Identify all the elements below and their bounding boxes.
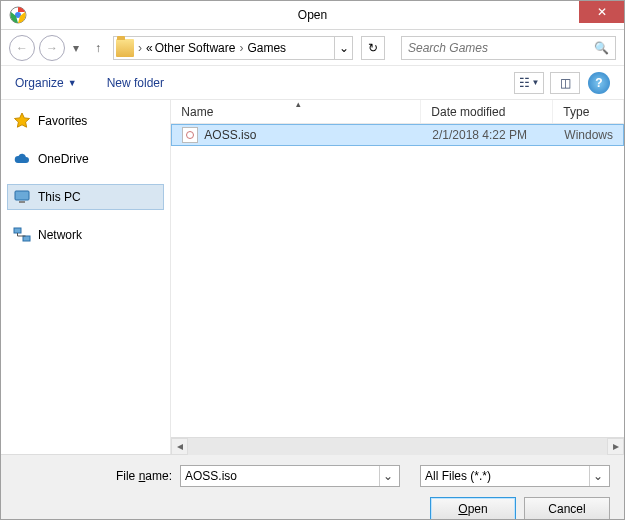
arrow-left-icon: ← — [16, 41, 28, 55]
refresh-icon: ↻ — [368, 41, 378, 55]
help-icon: ? — [595, 76, 602, 90]
folder-icon — [116, 39, 134, 57]
cancel-button[interactable]: Cancel — [524, 497, 610, 520]
star-icon — [13, 112, 31, 130]
chevron-down-icon[interactable]: ⌄ — [379, 466, 395, 486]
sidebar-item-favorites[interactable]: Favorites — [7, 108, 164, 134]
refresh-button[interactable]: ↻ — [361, 36, 385, 60]
sidebar-item-label: Favorites — [38, 114, 87, 128]
cloud-icon — [13, 150, 31, 168]
column-header-date[interactable]: Date modified — [421, 100, 553, 123]
breadcrumb[interactable]: › « Other Software › Games ⌄ — [113, 36, 353, 60]
forward-button[interactable]: → — [39, 35, 65, 61]
breadcrumb-segment[interactable]: Other Software — [155, 41, 236, 55]
organize-menu[interactable]: Organize ▼ — [15, 76, 77, 90]
new-folder-button[interactable]: New folder — [107, 76, 164, 90]
sidebar-item-network[interactable]: Network — [7, 222, 164, 248]
preview-pane-button[interactable]: ◫ — [550, 72, 580, 94]
column-header-type[interactable]: Type — [553, 100, 624, 123]
file-list: AOSS.iso 2/1/2018 4:22 PM Windows — [171, 124, 624, 437]
open-button[interactable]: Open — [430, 497, 516, 520]
network-icon — [13, 226, 31, 244]
arrow-up-icon: ↑ — [95, 41, 101, 55]
window-title: Open — [298, 8, 327, 22]
nav-row: ← → ▾ ↑ › « Other Software › Games ⌄ ↻ 🔍 — [1, 30, 624, 66]
filename-input[interactable]: AOSS.iso ⌄ — [180, 465, 400, 487]
chevron-down-icon: ⌄ — [339, 41, 349, 55]
sidebar-item-label: OneDrive — [38, 152, 89, 166]
sidebar-item-this-pc[interactable]: This PC — [7, 184, 164, 210]
horizontal-scrollbar[interactable]: ◂ ▸ — [171, 437, 624, 454]
sidebar-item-label: This PC — [38, 190, 81, 204]
sidebar-item-onedrive[interactable]: OneDrive — [7, 146, 164, 172]
file-date: 2/1/2018 4:22 PM — [422, 128, 554, 142]
svg-rect-5 — [23, 236, 30, 241]
title-bar: Open ✕ — [1, 1, 624, 30]
scroll-left-icon[interactable]: ◂ — [171, 438, 188, 455]
svg-rect-3 — [19, 201, 25, 203]
scroll-right-icon[interactable]: ▸ — [607, 438, 624, 455]
scrollbar-track[interactable] — [188, 438, 607, 455]
column-header-name[interactable]: Name ▴ — [171, 100, 421, 123]
view-options-button[interactable]: ☷▼ — [514, 72, 544, 94]
recent-locations-button[interactable]: ▾ — [69, 35, 83, 61]
sidebar: Favorites OneDrive This PC Network — [1, 100, 171, 454]
sidebar-item-label: Network — [38, 228, 82, 242]
filetype-select[interactable]: All Files (*.*) ⌄ — [420, 465, 610, 487]
search-input[interactable] — [408, 41, 594, 55]
up-button[interactable]: ↑ — [87, 35, 109, 61]
svg-rect-4 — [14, 228, 21, 233]
computer-icon — [13, 188, 31, 206]
iso-file-icon — [182, 127, 198, 143]
close-button[interactable]: ✕ — [579, 1, 624, 23]
chevron-down-icon[interactable]: ⌄ — [589, 466, 605, 486]
main-area: Favorites OneDrive This PC Network Name … — [1, 100, 624, 454]
breadcrumb-overflow[interactable]: « — [146, 41, 153, 55]
breadcrumb-segment[interactable]: Games — [247, 41, 286, 55]
chevron-down-icon: ▼ — [68, 78, 77, 88]
svg-rect-2 — [15, 191, 29, 200]
help-button[interactable]: ? — [588, 72, 610, 94]
column-headers: Name ▴ Date modified Type — [171, 100, 624, 124]
search-box[interactable]: 🔍 — [401, 36, 616, 60]
view-icon: ☷ — [519, 76, 530, 90]
filename-value: AOSS.iso — [185, 469, 237, 483]
filename-label: File name: — [15, 469, 172, 483]
file-row[interactable]: AOSS.iso 2/1/2018 4:22 PM Windows — [171, 124, 624, 146]
footer-panel: File name: AOSS.iso ⌄ All Files (*.*) ⌄ … — [1, 454, 624, 520]
arrow-right-icon: → — [46, 41, 58, 55]
filetype-value: All Files (*.*) — [425, 469, 491, 483]
app-icon — [9, 6, 27, 24]
chevron-down-icon: ▾ — [73, 41, 79, 55]
chevron-right-icon: › — [136, 41, 144, 55]
file-type: Windows — [554, 128, 623, 142]
toolbar: Organize ▼ New folder ☷▼ ◫ ? — [1, 66, 624, 100]
preview-pane-icon: ◫ — [560, 76, 571, 90]
breadcrumb-dropdown[interactable]: ⌄ — [334, 37, 352, 59]
chevron-right-icon: › — [237, 41, 245, 55]
search-icon: 🔍 — [594, 41, 609, 55]
sort-ascending-icon: ▴ — [296, 99, 301, 109]
file-name: AOSS.iso — [204, 128, 256, 142]
file-pane: Name ▴ Date modified Type AOSS.iso 2/1/2… — [171, 100, 624, 454]
back-button[interactable]: ← — [9, 35, 35, 61]
chevron-down-icon: ▼ — [532, 78, 540, 87]
close-icon: ✕ — [597, 5, 607, 19]
